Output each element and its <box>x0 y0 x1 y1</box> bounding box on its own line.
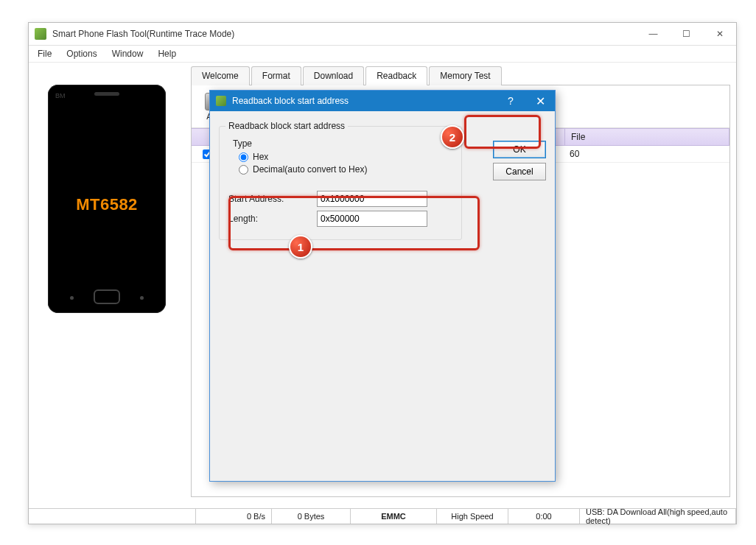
menu-window[interactable]: Window <box>105 49 151 59</box>
phone-brand: MT6582 <box>48 195 166 214</box>
status-mode: High Speed <box>437 509 508 524</box>
length-input[interactable] <box>317 211 427 227</box>
col-file: File <box>565 129 729 145</box>
tab-format[interactable]: Format <box>251 66 301 85</box>
phone-model: BM <box>55 92 66 99</box>
start-address-input[interactable] <box>317 191 427 207</box>
annotation-badge-2: 2 <box>441 125 464 149</box>
status-bytes: 0 Bytes <box>272 509 351 524</box>
dialog-title: Readback block start address <box>232 96 496 106</box>
menubar: File Options Window Help <box>29 46 736 63</box>
status-time: 0:00 <box>508 509 580 524</box>
length-label: Length: <box>228 214 317 224</box>
radio-hex[interactable] <box>239 152 248 162</box>
minimize-button[interactable]: — <box>637 23 670 45</box>
address-group: Readback block start address Type Hex De… <box>219 126 462 240</box>
status-storage: EMMC <box>351 509 437 524</box>
dialog-close-button[interactable]: ✕ <box>525 91 555 111</box>
sidebar: BM MT6582 <box>29 63 185 501</box>
start-address-label: Start Address: <box>228 194 317 204</box>
titlebar: Smart Phone Flash Tool(Runtime Trace Mod… <box>29 23 736 46</box>
tab-download[interactable]: Download <box>303 66 364 85</box>
phone-preview: BM MT6582 <box>48 85 166 313</box>
type-label: Type <box>233 138 452 149</box>
maximize-button[interactable]: ☐ <box>670 23 703 45</box>
status-usb: USB: DA Download All(high speed,auto det… <box>580 509 736 524</box>
radio-decimal[interactable] <box>239 165 248 175</box>
window-title: Smart Phone Flash Tool(Runtime Trace Mod… <box>52 29 637 39</box>
menu-help[interactable]: Help <box>150 49 183 59</box>
status-speed: 0 B/s <box>196 509 272 524</box>
menu-options[interactable]: Options <box>59 49 104 59</box>
cancel-button[interactable]: Cancel <box>493 163 546 180</box>
dialog-help-button[interactable]: ? <box>496 91 525 111</box>
ok-button[interactable]: OK <box>493 141 546 158</box>
menu-file[interactable]: File <box>30 49 59 59</box>
group-label: Readback block start address <box>225 121 348 131</box>
dialog-titlebar: Readback block start address ? ✕ <box>210 91 555 111</box>
tab-welcome[interactable]: Welcome <box>191 66 250 85</box>
dialog-icon <box>216 96 226 106</box>
statusbar: 0 B/s 0 Bytes EMMC High Speed 0:00 USB: … <box>29 508 736 524</box>
row-file: 60 <box>564 149 729 159</box>
annotation-badge-1: 1 <box>289 235 312 259</box>
readback-dialog: Readback block start address ? ✕ OK Canc… <box>209 90 556 482</box>
tab-memorytest[interactable]: Memory Test <box>429 66 501 85</box>
tabs: Welcome Format Download Readback Memory … <box>191 66 730 85</box>
close-button[interactable]: ✕ <box>703 23 736 45</box>
app-icon <box>35 28 46 40</box>
tab-readback[interactable]: Readback <box>365 66 427 85</box>
